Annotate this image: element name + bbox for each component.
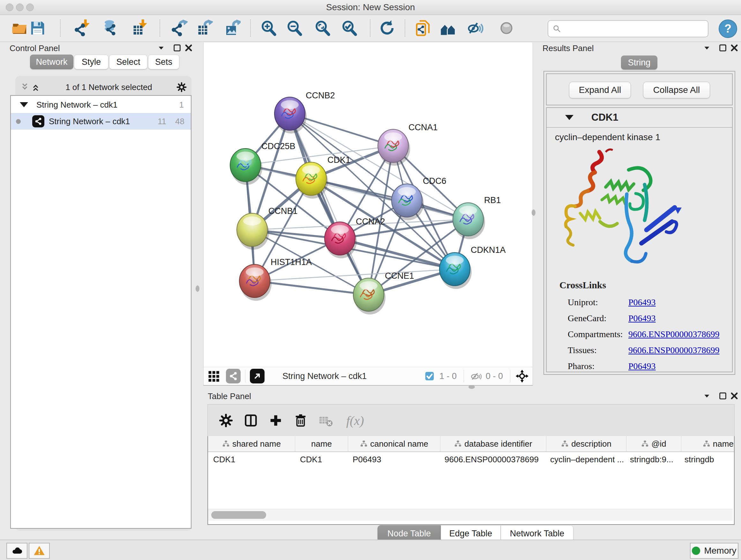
results-panel-menu-icon[interactable]	[701, 43, 712, 53]
zoom-selected-icon[interactable]	[340, 19, 359, 37]
delete-table-icon[interactable]	[313, 409, 338, 432]
control-panel-close-icon[interactable]	[183, 43, 194, 53]
node-CDC6[interactable]: CDC6	[392, 176, 447, 220]
column-header-@id[interactable]: @id	[626, 436, 681, 451]
table-panel-close-icon[interactable]	[729, 390, 740, 401]
export-image-icon[interactable]	[223, 19, 241, 37]
crosslink-link[interactable]: P06493	[628, 297, 656, 307]
node-HIST1H1A[interactable]: HIST1H1A	[239, 257, 312, 301]
open-renderer-icon[interactable]	[250, 369, 265, 383]
hidden-eye-icon[interactable]	[468, 369, 483, 383]
table-cell[interactable]: 9606.ENSP00000378699	[440, 452, 545, 467]
table-row[interactable]: CDK1CDK1P064939606.ENSP00000378699cyclin…	[208, 452, 734, 467]
column-header-namespace[interactable]: namespace	[681, 436, 735, 451]
expand-all-button[interactable]: Expand All	[569, 82, 631, 98]
network-view-canvas[interactable]: CCNB2CCNA1CDC25BCDK1CDC6RB1CCNB1CCNA2CDK…	[203, 43, 533, 367]
table-cell[interactable]: stringdb:9...	[625, 452, 679, 467]
control-panel-menu-icon[interactable]	[156, 43, 166, 53]
open-session-icon[interactable]	[10, 19, 29, 37]
tab-select[interactable]: Select	[109, 55, 147, 69]
table-panel-menu-icon[interactable]	[701, 390, 712, 401]
results-panel-float-icon[interactable]	[718, 43, 728, 53]
hide-graphics-icon[interactable]	[466, 19, 485, 37]
column-header-canonical-name[interactable]: canonical name	[348, 436, 441, 451]
warnings-button[interactable]	[29, 543, 50, 559]
tab-sets[interactable]: Sets	[148, 55, 179, 69]
search-box[interactable]	[548, 20, 709, 37]
table-cell[interactable]: cyclin–dependent ...	[545, 452, 625, 467]
node-CDK1[interactable]: CDK1	[296, 155, 350, 199]
help-button[interactable]: ?	[719, 19, 737, 38]
collapse-all-networks-icon[interactable]	[20, 82, 30, 92]
crosslink-link[interactable]: P06493	[628, 361, 656, 371]
first-neighbors-icon[interactable]	[439, 19, 457, 37]
zoom-fit-icon[interactable]	[313, 19, 332, 37]
table-cell[interactable]: CDK1	[295, 452, 347, 467]
export-table-icon[interactable]	[195, 19, 213, 37]
import-network-icon[interactable]	[73, 19, 91, 37]
node-table: shared namenamecanonical namedatabase id…	[207, 436, 735, 525]
expand-all-networks-icon[interactable]	[30, 82, 42, 92]
table-cell[interactable]: CDK1	[208, 452, 295, 467]
network-tree-child-row[interactable]: String Network – cdk1 11 48	[11, 113, 191, 130]
table-panel-float-icon[interactable]	[718, 390, 728, 401]
crosslink-link[interactable]: 9606.ENSP00000378699	[628, 345, 719, 355]
add-column-icon[interactable]	[263, 409, 288, 432]
left-splitter-handle[interactable]	[196, 286, 199, 292]
table-cell[interactable]: stringdb	[679, 452, 735, 467]
node-RB1[interactable]: RB1	[453, 195, 501, 239]
copy-network-icon[interactable]	[414, 19, 432, 37]
edge-CCNB2-CCNE1[interactable]	[290, 114, 368, 295]
tab-string[interactable]: String	[621, 56, 657, 70]
bottom-splitter-handle[interactable]	[468, 385, 475, 389]
memory-button[interactable]: Memory	[690, 543, 738, 559]
column-header-description[interactable]: description	[546, 436, 626, 451]
collapse-triangle-icon[interactable]	[20, 102, 28, 107]
string-share-button-icon[interactable]	[226, 369, 241, 383]
save-session-icon[interactable]	[28, 19, 47, 37]
node-result-header[interactable]: CDK1	[547, 108, 732, 128]
graphics-details-icon[interactable]	[497, 19, 516, 37]
import-database-icon[interactable]	[101, 19, 119, 37]
results-panel-close-icon[interactable]	[729, 43, 740, 53]
node-CDKN1A[interactable]: CDKN1A	[440, 245, 506, 289]
node-count: 11	[158, 117, 166, 126]
node-label-CDKN1A: CDKN1A	[471, 245, 506, 255]
hierarchy-icon	[703, 440, 711, 448]
collapse-all-button[interactable]: Collapse All	[643, 82, 710, 98]
selected-checkbox-icon[interactable]	[422, 369, 437, 383]
window-title: Session: New Session	[0, 2, 741, 12]
table-horizontal-scrollbar[interactable]	[208, 509, 733, 521]
zoom-out-icon[interactable]	[285, 19, 304, 37]
layout-refresh-icon[interactable]	[378, 19, 396, 37]
fit-content-crosshair-icon[interactable]	[515, 369, 529, 383]
table-settings-gear-icon[interactable]	[213, 409, 239, 432]
scrollbar-thumb[interactable]	[211, 511, 266, 519]
tab-style[interactable]: Style	[74, 55, 109, 69]
delete-column-trash-icon[interactable]	[288, 409, 313, 432]
node-CCNE1[interactable]: CCNE1	[353, 271, 414, 314]
table-cell[interactable]: P06493	[347, 452, 440, 467]
column-header-name[interactable]: name	[295, 436, 348, 451]
tab-network[interactable]: Network	[30, 55, 73, 69]
cloud-button[interactable]	[6, 543, 27, 559]
search-input[interactable]	[562, 22, 708, 36]
import-table-icon[interactable]	[130, 19, 149, 37]
network-item-label: String Network – cdk1	[49, 117, 130, 126]
collapse-entry-triangle-icon[interactable]	[565, 115, 574, 120]
crosslink-link[interactable]: P06493	[628, 313, 656, 323]
network-options-gear-icon[interactable]	[176, 82, 187, 92]
show-columns-icon[interactable]	[239, 409, 263, 432]
control-panel-float-icon[interactable]	[172, 43, 183, 53]
search-icon	[552, 24, 562, 34]
edge-CCNE1-HIST1H1A[interactable]	[255, 281, 368, 295]
network-tree-root-row[interactable]: String Network – cdk1 1	[11, 97, 191, 113]
crosslink-link[interactable]: 9606.ENSP00000378699	[628, 329, 719, 339]
column-header-shared-name[interactable]: shared name	[208, 436, 295, 451]
zoom-in-icon[interactable]	[259, 19, 278, 37]
birdseye-grid-icon[interactable]	[207, 369, 221, 383]
column-header-database-identifier[interactable]: database identifier	[441, 436, 546, 451]
function-builder-button[interactable]: f(x)	[346, 413, 364, 428]
export-network-icon[interactable]	[170, 19, 188, 37]
right-splitter-handle[interactable]	[532, 209, 536, 216]
